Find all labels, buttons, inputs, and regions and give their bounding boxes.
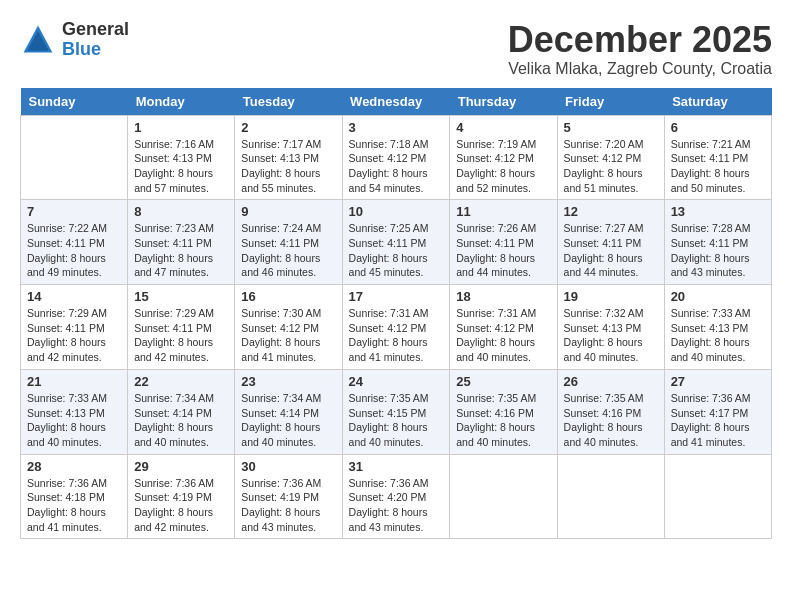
day-number: 11 bbox=[456, 204, 550, 219]
day-info: Sunrise: 7:18 AM Sunset: 4:12 PM Dayligh… bbox=[349, 137, 444, 196]
calendar-cell: 3Sunrise: 7:18 AM Sunset: 4:12 PM Daylig… bbox=[342, 115, 450, 200]
calendar-cell: 12Sunrise: 7:27 AM Sunset: 4:11 PM Dayli… bbox=[557, 200, 664, 285]
day-info: Sunrise: 7:31 AM Sunset: 4:12 PM Dayligh… bbox=[349, 306, 444, 365]
day-number: 26 bbox=[564, 374, 658, 389]
page-header: General Blue December 2025 Velika Mlaka,… bbox=[20, 20, 772, 78]
day-number: 17 bbox=[349, 289, 444, 304]
weekday-header: Monday bbox=[128, 88, 235, 116]
calendar-cell: 6Sunrise: 7:21 AM Sunset: 4:11 PM Daylig… bbox=[664, 115, 771, 200]
day-info: Sunrise: 7:33 AM Sunset: 4:13 PM Dayligh… bbox=[27, 391, 121, 450]
logo-icon bbox=[20, 22, 56, 58]
day-info: Sunrise: 7:34 AM Sunset: 4:14 PM Dayligh… bbox=[241, 391, 335, 450]
title-area: December 2025 Velika Mlaka, Zagreb Count… bbox=[508, 20, 772, 78]
day-number: 25 bbox=[456, 374, 550, 389]
day-info: Sunrise: 7:20 AM Sunset: 4:12 PM Dayligh… bbox=[564, 137, 658, 196]
day-number: 27 bbox=[671, 374, 765, 389]
day-number: 6 bbox=[671, 120, 765, 135]
day-number: 16 bbox=[241, 289, 335, 304]
calendar-cell: 15Sunrise: 7:29 AM Sunset: 4:11 PM Dayli… bbox=[128, 285, 235, 370]
day-number: 1 bbox=[134, 120, 228, 135]
day-number: 2 bbox=[241, 120, 335, 135]
day-info: Sunrise: 7:34 AM Sunset: 4:14 PM Dayligh… bbox=[134, 391, 228, 450]
day-info: Sunrise: 7:33 AM Sunset: 4:13 PM Dayligh… bbox=[671, 306, 765, 365]
calendar-cell: 24Sunrise: 7:35 AM Sunset: 4:15 PM Dayli… bbox=[342, 369, 450, 454]
day-info: Sunrise: 7:29 AM Sunset: 4:11 PM Dayligh… bbox=[27, 306, 121, 365]
day-number: 4 bbox=[456, 120, 550, 135]
day-number: 13 bbox=[671, 204, 765, 219]
calendar-cell: 31Sunrise: 7:36 AM Sunset: 4:20 PM Dayli… bbox=[342, 454, 450, 539]
day-info: Sunrise: 7:36 AM Sunset: 4:18 PM Dayligh… bbox=[27, 476, 121, 535]
calendar-cell: 28Sunrise: 7:36 AM Sunset: 4:18 PM Dayli… bbox=[21, 454, 128, 539]
logo-blue-text: Blue bbox=[62, 39, 101, 59]
calendar-cell: 8Sunrise: 7:23 AM Sunset: 4:11 PM Daylig… bbox=[128, 200, 235, 285]
day-number: 20 bbox=[671, 289, 765, 304]
location-text: Velika Mlaka, Zagreb County, Croatia bbox=[508, 60, 772, 78]
weekday-header: Saturday bbox=[664, 88, 771, 116]
calendar-cell: 7Sunrise: 7:22 AM Sunset: 4:11 PM Daylig… bbox=[21, 200, 128, 285]
day-number: 24 bbox=[349, 374, 444, 389]
calendar-cell: 19Sunrise: 7:32 AM Sunset: 4:13 PM Dayli… bbox=[557, 285, 664, 370]
weekday-header: Wednesday bbox=[342, 88, 450, 116]
day-number: 23 bbox=[241, 374, 335, 389]
day-info: Sunrise: 7:25 AM Sunset: 4:11 PM Dayligh… bbox=[349, 221, 444, 280]
day-number: 21 bbox=[27, 374, 121, 389]
day-number: 5 bbox=[564, 120, 658, 135]
calendar-cell: 11Sunrise: 7:26 AM Sunset: 4:11 PM Dayli… bbox=[450, 200, 557, 285]
calendar-cell: 18Sunrise: 7:31 AM Sunset: 4:12 PM Dayli… bbox=[450, 285, 557, 370]
calendar-cell: 1Sunrise: 7:16 AM Sunset: 4:13 PM Daylig… bbox=[128, 115, 235, 200]
calendar-table: SundayMondayTuesdayWednesdayThursdayFrid… bbox=[20, 88, 772, 540]
day-info: Sunrise: 7:28 AM Sunset: 4:11 PM Dayligh… bbox=[671, 221, 765, 280]
logo-general-text: General bbox=[62, 19, 129, 39]
calendar-cell: 10Sunrise: 7:25 AM Sunset: 4:11 PM Dayli… bbox=[342, 200, 450, 285]
day-info: Sunrise: 7:16 AM Sunset: 4:13 PM Dayligh… bbox=[134, 137, 228, 196]
day-info: Sunrise: 7:26 AM Sunset: 4:11 PM Dayligh… bbox=[456, 221, 550, 280]
day-info: Sunrise: 7:24 AM Sunset: 4:11 PM Dayligh… bbox=[241, 221, 335, 280]
calendar-week-row: 1Sunrise: 7:16 AM Sunset: 4:13 PM Daylig… bbox=[21, 115, 772, 200]
weekday-header: Sunday bbox=[21, 88, 128, 116]
day-number: 29 bbox=[134, 459, 228, 474]
calendar-cell: 23Sunrise: 7:34 AM Sunset: 4:14 PM Dayli… bbox=[235, 369, 342, 454]
day-info: Sunrise: 7:36 AM Sunset: 4:19 PM Dayligh… bbox=[134, 476, 228, 535]
calendar-cell: 5Sunrise: 7:20 AM Sunset: 4:12 PM Daylig… bbox=[557, 115, 664, 200]
day-info: Sunrise: 7:22 AM Sunset: 4:11 PM Dayligh… bbox=[27, 221, 121, 280]
calendar-cell: 20Sunrise: 7:33 AM Sunset: 4:13 PM Dayli… bbox=[664, 285, 771, 370]
day-number: 14 bbox=[27, 289, 121, 304]
calendar-cell: 21Sunrise: 7:33 AM Sunset: 4:13 PM Dayli… bbox=[21, 369, 128, 454]
calendar-week-row: 7Sunrise: 7:22 AM Sunset: 4:11 PM Daylig… bbox=[21, 200, 772, 285]
day-info: Sunrise: 7:21 AM Sunset: 4:11 PM Dayligh… bbox=[671, 137, 765, 196]
day-number: 9 bbox=[241, 204, 335, 219]
day-number: 12 bbox=[564, 204, 658, 219]
calendar-week-row: 21Sunrise: 7:33 AM Sunset: 4:13 PM Dayli… bbox=[21, 369, 772, 454]
calendar-cell: 16Sunrise: 7:30 AM Sunset: 4:12 PM Dayli… bbox=[235, 285, 342, 370]
calendar-cell: 14Sunrise: 7:29 AM Sunset: 4:11 PM Dayli… bbox=[21, 285, 128, 370]
day-number: 3 bbox=[349, 120, 444, 135]
day-info: Sunrise: 7:29 AM Sunset: 4:11 PM Dayligh… bbox=[134, 306, 228, 365]
day-number: 19 bbox=[564, 289, 658, 304]
day-number: 28 bbox=[27, 459, 121, 474]
calendar-cell: 4Sunrise: 7:19 AM Sunset: 4:12 PM Daylig… bbox=[450, 115, 557, 200]
day-info: Sunrise: 7:31 AM Sunset: 4:12 PM Dayligh… bbox=[456, 306, 550, 365]
calendar-cell bbox=[21, 115, 128, 200]
calendar-cell: 30Sunrise: 7:36 AM Sunset: 4:19 PM Dayli… bbox=[235, 454, 342, 539]
weekday-header: Friday bbox=[557, 88, 664, 116]
calendar-cell bbox=[450, 454, 557, 539]
day-info: Sunrise: 7:32 AM Sunset: 4:13 PM Dayligh… bbox=[564, 306, 658, 365]
calendar-week-row: 28Sunrise: 7:36 AM Sunset: 4:18 PM Dayli… bbox=[21, 454, 772, 539]
day-number: 15 bbox=[134, 289, 228, 304]
day-number: 31 bbox=[349, 459, 444, 474]
calendar-cell: 26Sunrise: 7:35 AM Sunset: 4:16 PM Dayli… bbox=[557, 369, 664, 454]
day-number: 10 bbox=[349, 204, 444, 219]
calendar-cell: 22Sunrise: 7:34 AM Sunset: 4:14 PM Dayli… bbox=[128, 369, 235, 454]
day-number: 30 bbox=[241, 459, 335, 474]
day-info: Sunrise: 7:35 AM Sunset: 4:16 PM Dayligh… bbox=[456, 391, 550, 450]
day-info: Sunrise: 7:19 AM Sunset: 4:12 PM Dayligh… bbox=[456, 137, 550, 196]
day-info: Sunrise: 7:35 AM Sunset: 4:15 PM Dayligh… bbox=[349, 391, 444, 450]
day-info: Sunrise: 7:27 AM Sunset: 4:11 PM Dayligh… bbox=[564, 221, 658, 280]
day-info: Sunrise: 7:30 AM Sunset: 4:12 PM Dayligh… bbox=[241, 306, 335, 365]
calendar-cell bbox=[664, 454, 771, 539]
day-info: Sunrise: 7:36 AM Sunset: 4:19 PM Dayligh… bbox=[241, 476, 335, 535]
day-number: 7 bbox=[27, 204, 121, 219]
day-info: Sunrise: 7:35 AM Sunset: 4:16 PM Dayligh… bbox=[564, 391, 658, 450]
weekday-header-row: SundayMondayTuesdayWednesdayThursdayFrid… bbox=[21, 88, 772, 116]
calendar-cell: 17Sunrise: 7:31 AM Sunset: 4:12 PM Dayli… bbox=[342, 285, 450, 370]
